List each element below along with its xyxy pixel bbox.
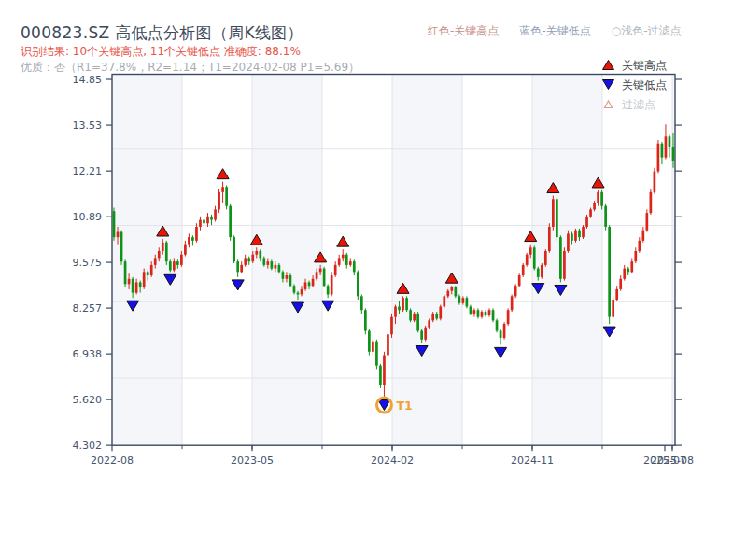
candle-body [518,275,521,286]
candle-body [420,331,423,340]
candle-body [567,233,570,251]
candle-body [364,310,367,330]
candle-body [582,227,585,237]
candle-body [240,265,243,272]
candle-body [409,310,412,320]
plot-band [532,75,602,446]
candle-body [500,331,502,338]
candle-body [199,220,202,227]
candle-body [266,261,269,265]
candle-body [654,172,656,192]
candle-body [473,310,476,314]
candle-body [597,192,599,203]
candle-body [308,282,311,286]
legend-item-label: 关键低点 [622,77,667,93]
t1-label: T1 [396,399,412,413]
candle-body [342,255,345,259]
candle-body [301,289,303,295]
candle-body [251,255,254,261]
candle-body [338,258,341,264]
candle-body [612,300,614,317]
candle-body [143,272,146,287]
candle-body [139,282,142,287]
x-tick-label: 2023-05 [231,455,274,467]
x-tick-label: 2024-11 [511,455,554,467]
candle-body [454,287,457,296]
down-triangle-icon [601,79,614,92]
plot-band [392,75,462,446]
candle-body [165,243,168,261]
candle-body [443,296,445,306]
candle-body [619,279,622,289]
candle-body [383,356,386,385]
candle-body [556,199,558,237]
candle-body [286,275,289,279]
candle-body [173,261,176,270]
candle-body [218,192,220,210]
candle-body [431,314,434,320]
legend-item-label: 过滤点 [622,97,655,113]
candle-body [195,227,198,241]
candle-body [638,241,641,251]
candle-body [255,251,258,255]
candle-body [604,206,607,227]
candle-body [634,251,637,261]
candle-body [316,272,318,278]
candle-body [507,310,510,324]
candle-body [646,213,649,231]
legend-item-key-low[interactable]: 关键低点 [601,76,687,95]
candle-body [627,269,629,273]
candle-body [424,328,427,340]
candle-body [526,255,529,265]
candle-body [630,261,633,272]
legend-item-filtered[interactable]: 过滤点 [601,95,687,115]
plot-band [462,75,532,446]
candle-body [593,203,596,209]
candle-body [278,265,281,272]
candle-body [304,282,307,288]
candle-body [608,227,611,317]
y-tick-label: 14.85 [73,74,103,86]
legend-item-key-high[interactable]: 关键高点 [601,56,687,76]
x-tick-label: 2022-08 [91,455,134,467]
candle-body [214,209,217,219]
candle-body [665,136,668,157]
candle-body [477,310,480,316]
up-triangle-icon [601,60,614,73]
candle-body [128,279,131,285]
chart-legend: 关键高点 关键低点 过滤点 [601,56,687,115]
candle-body [402,298,404,310]
candle-body [416,314,419,331]
candle-body [559,237,562,279]
candle-body [470,306,472,313]
plot-band [252,75,322,446]
candle-body [233,237,235,261]
candle-body [221,187,224,192]
candle-body [297,293,300,295]
candle-body [529,247,532,254]
candle-body [390,317,393,335]
y-tick-label: 10.89 [73,211,103,223]
candle-body [120,232,123,262]
candle-body [394,306,397,316]
candle-body [439,306,442,318]
candle-body [289,275,292,286]
candle-body [180,255,183,265]
candle-body [589,209,592,216]
candle-body [331,275,333,294]
candle-body [353,261,356,272]
x-tick-label: 2025-08 [651,455,694,467]
candle-body [210,217,213,220]
candle-body [672,147,675,161]
candle-body [650,192,653,213]
candle-body [514,286,517,296]
candle-body [661,144,664,158]
candle-body [229,206,232,237]
candle-body [488,310,491,315]
candle-body [176,261,179,265]
candle-body [541,265,543,277]
candle-body [158,251,161,258]
candle-body [259,251,261,258]
outline-triangle-icon [601,99,614,112]
candle-body [162,243,164,251]
